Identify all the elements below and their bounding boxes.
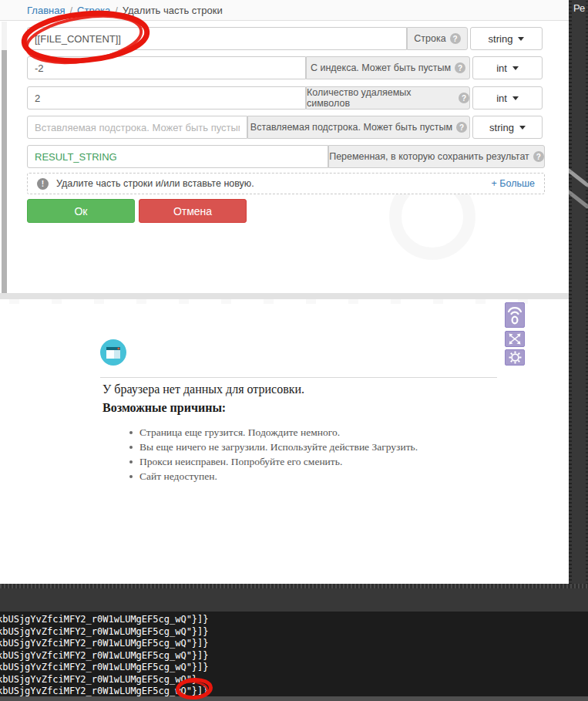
field-label: Строка <box>414 33 445 44</box>
form-row-result-variable: Переменная, в которую сохранить результа… <box>27 145 545 168</box>
from-index-type-dropdown[interactable]: int <box>472 56 543 79</box>
bottom-strip <box>0 696 588 701</box>
help-icon[interactable]: ? <box>456 122 467 133</box>
faint-pattern-row <box>9 299 541 304</box>
gear-icon <box>509 351 522 364</box>
help-icon[interactable]: ? <box>533 151 544 162</box>
browser-logo-icon <box>100 339 126 366</box>
reason-item: Сайт недоступен. <box>129 469 418 484</box>
chevron-down-icon <box>518 37 524 41</box>
hint-box: ! Удалите часть строки и/или вставьте но… <box>27 173 545 194</box>
left-scrollbar-thumb[interactable] <box>2 50 7 295</box>
chevron-down-icon <box>519 126 526 130</box>
form-row-string: Строка ? string <box>27 27 543 50</box>
right-side-panel: Ре <box>569 0 588 612</box>
log-console[interactable]: kbUSjgYvZfciMFY2_r0W1wLUMgEF5cg_wQ"}]} k… <box>0 612 588 696</box>
result-variable-input[interactable] <box>27 145 328 168</box>
reasons-list: Страница еще грузится. Подождите немного… <box>129 425 418 484</box>
more-link[interactable]: + Больше <box>492 178 535 189</box>
form-row-char-count: Количество удаляемых символов ? int <box>27 86 543 110</box>
breadcrumb-current: Удалить часть строки <box>123 5 223 16</box>
string-label-addon: Строка ? <box>407 27 468 50</box>
ok-button[interactable]: Ок <box>27 199 135 223</box>
log-line: kbUSjgYvZfciMFY2_r0W1wLUMgEF5cg_wQ"}]} <box>0 662 209 672</box>
settings-button[interactable] <box>505 349 525 366</box>
form-row-from-index: С индекса. Может быть пустым ? int <box>27 56 543 79</box>
message-divider <box>100 377 497 378</box>
log-line: kbUSjgYvZfciMFY2_r0W1wLUMgEF5cg_wQ"}]} <box>0 638 209 649</box>
help-icon[interactable]: ? <box>450 33 461 44</box>
breadcrumb-separator: / <box>115 5 118 16</box>
field-label: Переменная, в которую сохранить результа… <box>329 151 529 162</box>
char-count-input[interactable] <box>27 86 306 110</box>
chevron-down-icon <box>512 66 519 70</box>
no-data-heading: У браузера нет данных для отрисовки. <box>102 383 304 396</box>
info-icon: ! <box>37 178 49 190</box>
panel-separator <box>0 293 569 299</box>
proxy-hotspot-icon <box>506 304 523 326</box>
field-label: С индекса. Может быть пустым <box>311 62 451 73</box>
proxy-hotspot-button[interactable] <box>505 302 525 328</box>
log-line: kbUSjgYvZfciMFY2_r0W1wLUMgEF5cg_wQ"} <box>0 674 197 685</box>
help-icon[interactable]: ? <box>455 62 465 73</box>
breadcrumb-separator: / <box>69 5 72 16</box>
type-value: string <box>489 33 513 45</box>
side-panel-label: Ре <box>573 2 585 14</box>
field-label: Вставляемая подстрока. Может быть пустым <box>250 122 452 133</box>
char-count-label-addon: Количество удаляемых символов ? <box>306 86 470 110</box>
help-icon[interactable]: ? <box>459 93 469 103</box>
result-variable-label-addon: Переменная, в которую сохранить результа… <box>328 145 545 168</box>
insert-substring-label-addon: Вставляемая подстрока. Может быть пустым… <box>247 116 470 139</box>
insert-substring-type-dropdown[interactable]: string <box>472 116 543 139</box>
type-value: int <box>496 93 507 104</box>
from-index-input[interactable] <box>27 56 306 79</box>
log-line: kbUSjgYvZfciMFY2_r0W1wLUMgEF5cg_wQ"}]} <box>0 614 209 625</box>
breadcrumb-link-string[interactable]: Строка <box>77 5 110 16</box>
hint-text: Удалите часть строки и/или вставьте нову… <box>56 178 254 189</box>
reason-item: Страница еще грузится. Подождите немного… <box>129 425 418 440</box>
string-value-input[interactable] <box>27 27 407 50</box>
type-value: string <box>489 122 514 133</box>
expand-button[interactable] <box>505 331 525 347</box>
insert-substring-input[interactable] <box>27 116 247 139</box>
breadcrumb-link-home[interactable]: Главная <box>27 5 65 16</box>
string-type-dropdown[interactable]: string <box>470 27 543 50</box>
chevron-down-icon <box>512 96 519 100</box>
reason-item: Прокси неисправен. Попробуйте его сменит… <box>129 454 418 469</box>
field-label: Количество удаляемых символов <box>307 87 455 109</box>
log-line: kbUSjgYvZfciMFY2_r0W1wLUMgEF5cg_wQ"}]} <box>0 626 209 637</box>
reasons-heading: Возможные причины: <box>102 401 226 415</box>
log-line: kbUSjgYvZfciMFY2_r0W1wLUMgEF5cg_wQ"}]} <box>0 650 209 661</box>
char-count-type-dropdown[interactable]: int <box>472 86 543 110</box>
console-header-band <box>0 588 588 612</box>
form-row-insert-substring: Вставляемая подстрока. Может быть пустым… <box>27 116 543 139</box>
grip-texture <box>569 0 572 612</box>
type-value: int <box>496 62 507 74</box>
reason-item: Вы еще ничего не загрузили. Используйте … <box>129 440 418 454</box>
expand-arrows-icon <box>508 333 522 345</box>
cancel-button[interactable]: Отмена <box>139 199 247 223</box>
log-line: kbUSjgYvZfciMFY2_r0W1wLUMgEF5cg_wQ"}]} <box>0 686 209 696</box>
from-index-label-addon: С индекса. Может быть пустым ? <box>306 56 470 79</box>
breadcrumb: Главная / Строка / Удалить часть строки <box>0 0 569 21</box>
